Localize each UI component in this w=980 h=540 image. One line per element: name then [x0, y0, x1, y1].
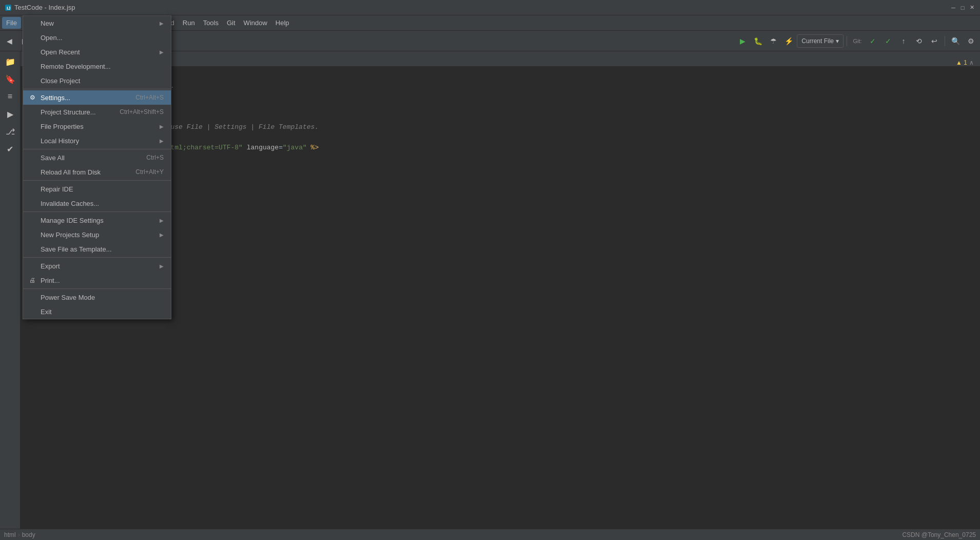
menu-entry-local-history-label: Local History [41, 137, 79, 145]
breadcrumb-html[interactable]: html [4, 531, 16, 538]
menu-entry-open[interactable]: Open... [23, 30, 171, 45]
menu-entry-save-all[interactable]: Save All Ctrl+S [23, 150, 171, 165]
menu-entry-print-label: Print... [41, 277, 60, 284]
menu-entry-local-history[interactable]: Local History ▶ [23, 133, 171, 148]
menu-entry-settings-left: ⚙ Settings... [28, 93, 70, 102]
menu-entry-open-recent[interactable]: Open Recent ▶ [23, 45, 171, 59]
menu-entry-open-recent-icon [28, 48, 36, 56]
code-line-15: </body> [58, 215, 980, 225]
menu-entry-print[interactable]: 🖨 Print... [23, 273, 171, 287]
menu-entry-manage-ide[interactable]: Manage IDE Settings ▶ [23, 213, 171, 227]
code-line-16: </html> [58, 225, 980, 235]
sidebar-icon-project[interactable]: 📁 [2, 53, 18, 70]
menu-entry-close-project-icon [28, 76, 36, 85]
menu-entry-export[interactable]: Export ▶ [23, 259, 171, 273]
toolbar-profile-run-button[interactable]: ⚡ [781, 34, 796, 48]
menu-entry-remote-dev[interactable]: Remote Development... [23, 59, 171, 73]
menu-file[interactable]: File [2, 17, 21, 29]
menu-entry-file-properties-icon [28, 122, 36, 130]
warning-indicator: ▲ 1 [956, 59, 967, 66]
file-menu-dropdown: New ▶ Open... Open Recent ▶ Remote Devel… [23, 15, 171, 319]
toolbar-git-fetch-button[interactable]: ↑ [896, 34, 911, 48]
menu-entry-save-template[interactable]: Save File as Template... [23, 242, 171, 256]
menu-entry-export-label: Export [41, 262, 60, 270]
menu-tools[interactable]: Tools [199, 17, 223, 29]
code-line-11: <title>$Title$</title> [58, 173, 980, 184]
menu-entry-new-projects-setup-icon [28, 230, 36, 239]
menu-entry-repair-ide-label: Repair IDE [41, 185, 73, 193]
toolbar-git-history-button[interactable]: ⟲ [912, 34, 926, 48]
menu-entry-export-icon [28, 262, 36, 270]
code-line-12: </head> [58, 184, 980, 194]
code-content[interactable]: <%-- Created by IntelliJ IDEA. User: 青户 … [54, 67, 980, 540]
menu-entry-close-project[interactable]: Close Project [23, 73, 171, 88]
menu-entry-local-history-arrow: ▶ [160, 138, 164, 144]
menu-entry-exit-left: Exit [28, 307, 52, 316]
menu-entry-project-structure[interactable]: Project Structure... Ctrl+Alt+Shift+S [23, 105, 171, 119]
menu-entry-settings[interactable]: ⚙ Settings... Ctrl+Alt+S [23, 90, 171, 105]
close-button[interactable]: ✕ [968, 4, 976, 12]
toolbar-git-check-button[interactable]: ✓ [866, 34, 880, 48]
menu-entry-new-projects-setup[interactable]: New Projects Setup ▶ [23, 227, 171, 242]
menu-entry-repair-ide[interactable]: Repair IDE [23, 182, 171, 196]
menu-entry-export-arrow: ▶ [160, 263, 164, 269]
menu-entry-new-arrow: ▶ [160, 21, 164, 26]
sidebar-icon-run[interactable]: ▶ [2, 106, 18, 122]
menu-window[interactable]: Window [240, 17, 271, 29]
menu-entry-project-structure-label: Project Structure... [41, 108, 96, 116]
menu-entry-exit[interactable]: Exit [23, 304, 171, 319]
minimize-button[interactable]: ─ [949, 4, 957, 12]
breadcrumb-sep-1: › [18, 531, 20, 538]
menu-help[interactable]: Help [271, 17, 293, 29]
toolbar-git-rollback-button[interactable]: ↩ [927, 34, 942, 48]
menu-entry-export-left: Export [28, 262, 60, 270]
sidebar-icon-bookmark[interactable]: 🔖 [2, 71, 18, 87]
menu-entry-local-history-icon [28, 137, 36, 145]
breadcrumb-body[interactable]: body [22, 531, 35, 538]
code-line-2: Created by IntelliJ IDEA. [58, 81, 980, 91]
menu-entry-file-properties[interactable]: File Properties ▶ [23, 119, 171, 133]
menu-entry-new-icon [28, 19, 36, 27]
toolbar-settings-button[interactable]: ⚙ [964, 34, 978, 48]
window-title: TestCode - Index.jsp [14, 4, 75, 11]
menu-entry-power-save[interactable]: Power Save Mode [23, 290, 171, 304]
toolbar-run-config-dropdown[interactable]: Current File ▾ [797, 34, 844, 48]
menu-entry-power-save-left: Power Save Mode [28, 293, 95, 301]
restore-button[interactable]: □ [958, 4, 967, 12]
toolbar-sep-3 [945, 36, 945, 46]
sidebar-icon-todo[interactable]: ✔ [2, 141, 18, 157]
toolbar-debug-button[interactable]: 🐛 [751, 34, 765, 48]
menu-git[interactable]: Git [223, 17, 240, 29]
code-line-5: Time: 21:13 [58, 112, 980, 122]
sidebar-icon-structure[interactable]: ≡ [2, 88, 18, 105]
menu-entry-power-save-icon [28, 293, 36, 301]
code-line-6: To change this template use File | Setti… [58, 122, 980, 132]
menu-sep-5 [23, 257, 171, 258]
warning-chevron[interactable]: ∧ [969, 59, 974, 66]
title-bar-controls: ─ □ ✕ [949, 4, 976, 12]
menu-entry-new-projects-setup-label: New Projects Setup [41, 231, 99, 239]
menu-entry-settings-shortcut: Ctrl+Alt+S [135, 94, 164, 101]
toolbar-run-button[interactable]: ▶ [735, 34, 750, 48]
breadcrumb: html › body [4, 531, 35, 538]
menu-entry-close-project-label: Close Project [41, 77, 80, 85]
code-line-14: 🌟$END$ [58, 204, 980, 215]
menu-entry-reload-label: Reload All from Disk [41, 168, 101, 176]
app-icon: IJ [4, 4, 12, 12]
menu-entry-project-structure-shortcut: Ctrl+Alt+Shift+S [120, 108, 164, 115]
menu-entry-save-all-left: Save All [28, 153, 65, 162]
menu-sep-2 [23, 149, 171, 149]
toolbar-coverage-button[interactable]: ☂ [766, 34, 780, 48]
toolbar-search-everywhere-button[interactable]: 🔍 [948, 34, 963, 48]
menu-entry-new[interactable]: New ▶ [23, 16, 171, 30]
menu-entry-new-projects-setup-left: New Projects Setup [28, 230, 99, 239]
menu-entry-manage-ide-label: Manage IDE Settings [41, 217, 104, 224]
menu-entry-reload[interactable]: Reload All from Disk Ctrl+Alt+Y [23, 165, 171, 179]
menu-entry-invalidate-caches[interactable]: Invalidate Caches... [23, 196, 171, 210]
code-line-7: --%> [58, 132, 980, 143]
toolbar-git-push-button[interactable]: ✓ [881, 34, 895, 48]
toolbar-back-button[interactable]: ◀ [2, 34, 16, 48]
menu-run[interactable]: Run [179, 17, 199, 29]
menu-entry-remote-dev-left: Remote Development... [28, 62, 111, 70]
sidebar-icon-git[interactable]: ⎇ [2, 123, 18, 140]
